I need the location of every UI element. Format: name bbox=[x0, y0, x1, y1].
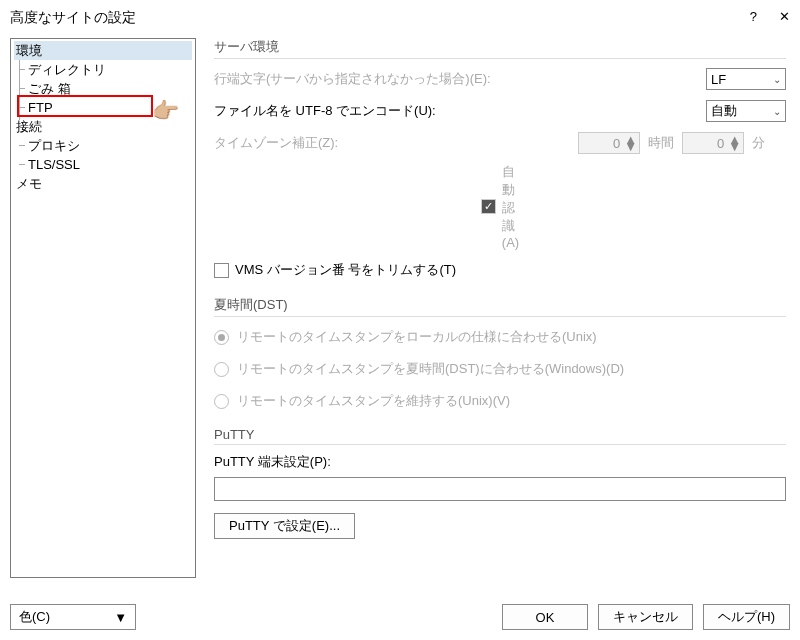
content-area: 環境 ディレクトリ ごみ 箱 FTP 接続 プロキシ TLS/SSL メモ 👈🏼… bbox=[0, 34, 800, 584]
color-button-label: 色(C) bbox=[19, 608, 50, 626]
utf8-value: 自動 bbox=[711, 102, 737, 120]
tz-hours-spinner[interactable]: 0 ▲▼ bbox=[578, 132, 640, 154]
row-vms: VMS バージョン番 号をトリムする(T) bbox=[214, 258, 786, 282]
title-bar: 高度なサイトの設定 ? ✕ bbox=[0, 0, 800, 34]
auto-detect-label: 自動認識(A) bbox=[502, 163, 519, 250]
putty-terminal-input[interactable] bbox=[214, 477, 786, 501]
chevron-down-icon: ▼ bbox=[114, 610, 127, 625]
row-utf8: ファイル名を UTF-8 でエンコード(U): 自動 ⌄ bbox=[214, 99, 786, 123]
auto-detect-checkbox: ✓ bbox=[481, 199, 496, 214]
nav-item-tlsssl[interactable]: TLS/SSL bbox=[26, 155, 192, 174]
tz-hours-value: 0 bbox=[613, 136, 620, 151]
group-title-server-env: サーバ環境 bbox=[214, 38, 786, 59]
group-server-env: サーバ環境 行端文字(サーバから指定されなかった場合)(E): LF ⌄ ファイ… bbox=[214, 38, 786, 282]
radio-icon bbox=[214, 330, 229, 345]
help-button[interactable]: ヘルプ(H) bbox=[703, 604, 790, 630]
spinner-arrows-icon: ▲▼ bbox=[624, 136, 637, 150]
eol-label: 行端文字(サーバから指定されなかった場合)(E): bbox=[214, 70, 706, 88]
dst-option-1[interactable]: リモートのタイムスタンプをローカルの仕様に合わせる(Unix) bbox=[214, 325, 786, 349]
close-icon[interactable]: ✕ bbox=[779, 0, 790, 34]
chevron-down-icon: ⌄ bbox=[773, 106, 781, 117]
eol-select[interactable]: LF ⌄ bbox=[706, 68, 786, 90]
dst-option-3[interactable]: リモートのタイムスタンプを維持する(Unix)(V) bbox=[214, 389, 786, 413]
spinner-arrows-icon: ▲▼ bbox=[728, 136, 741, 150]
group-dst: 夏時間(DST) リモートのタイムスタンプをローカルの仕様に合わせる(Unix)… bbox=[214, 296, 786, 413]
dst-opt2-label: リモートのタイムスタンプを夏時間(DST)に合わせる(Windows)(D) bbox=[237, 360, 786, 378]
vms-checkbox[interactable] bbox=[214, 263, 229, 278]
dst-opt3-label: リモートのタイムスタンプを維持する(Unix)(V) bbox=[237, 392, 786, 410]
group-title-dst: 夏時間(DST) bbox=[214, 296, 786, 317]
row-timezone: タイムゾーン補正(Z): 0 ▲▼ 時間 0 ▲▼ 分 bbox=[214, 131, 786, 155]
cancel-button[interactable]: キャンセル bbox=[598, 604, 693, 630]
radio-icon bbox=[214, 362, 229, 377]
utf8-select[interactable]: 自動 ⌄ bbox=[706, 100, 786, 122]
putty-config-button[interactable]: PuTTY で設定(E)... bbox=[214, 513, 355, 539]
radio-icon bbox=[214, 394, 229, 409]
window-title: 高度なサイトの設定 bbox=[10, 0, 136, 34]
main-panel: サーバ環境 行端文字(サーバから指定されなかった場合)(E): LF ⌄ ファイ… bbox=[196, 38, 790, 584]
tz-mins-spinner[interactable]: 0 ▲▼ bbox=[682, 132, 744, 154]
group-title-putty: PuTTY bbox=[214, 427, 786, 445]
footer-bar: 色(C) ▼ OK キャンセル ヘルプ(H) bbox=[10, 604, 790, 630]
nav-item-environment[interactable]: 環境 bbox=[14, 41, 192, 60]
dst-opt1-label: リモートのタイムスタンプをローカルの仕様に合わせる(Unix) bbox=[237, 328, 786, 346]
help-icon[interactable]: ? bbox=[750, 0, 757, 34]
tz-mins-value: 0 bbox=[717, 136, 724, 151]
nav-item-directory[interactable]: ディレクトリ bbox=[26, 60, 192, 79]
ok-button[interactable]: OK bbox=[502, 604, 588, 630]
annotation-highlight bbox=[17, 95, 153, 117]
dst-option-2[interactable]: リモートのタイムスタンプを夏時間(DST)に合わせる(Windows)(D) bbox=[214, 357, 786, 381]
utf8-label: ファイル名を UTF-8 でエンコード(U): bbox=[214, 102, 706, 120]
eol-value: LF bbox=[711, 72, 726, 87]
putty-terminal-label: PuTTY 端末設定(P): bbox=[214, 453, 786, 471]
chevron-down-icon: ⌄ bbox=[773, 74, 781, 85]
tz-hours-unit: 時間 bbox=[648, 134, 682, 152]
vms-label: VMS バージョン番 号をトリムする(T) bbox=[235, 261, 456, 279]
pointer-icon: 👈🏼 bbox=[153, 98, 180, 124]
nav-item-memo[interactable]: メモ bbox=[14, 174, 192, 193]
nav-item-proxy[interactable]: プロキシ bbox=[26, 136, 192, 155]
window-controls: ? ✕ bbox=[750, 0, 790, 34]
nav-tree[interactable]: 環境 ディレクトリ ごみ 箱 FTP 接続 プロキシ TLS/SSL メモ 👈🏼 bbox=[10, 38, 196, 578]
tz-mins-unit: 分 bbox=[752, 134, 786, 152]
color-button[interactable]: 色(C) ▼ bbox=[10, 604, 136, 630]
tz-label: タイムゾーン補正(Z): bbox=[214, 134, 578, 152]
row-eol: 行端文字(サーバから指定されなかった場合)(E): LF ⌄ bbox=[214, 67, 786, 91]
row-auto-detect: ✓ 自動認識(A) bbox=[214, 163, 786, 250]
group-putty: PuTTY PuTTY 端末設定(P): PuTTY で設定(E)... bbox=[214, 427, 786, 539]
